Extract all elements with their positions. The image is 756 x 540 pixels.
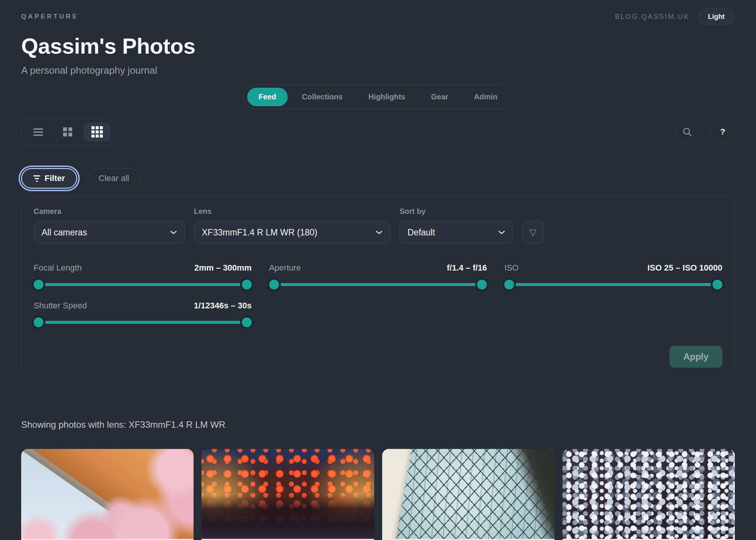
filter-button-label: Filter <box>45 173 65 183</box>
aperture-label: Aperture <box>269 263 301 273</box>
focal-length-range-value: 2mm – 300mm <box>194 263 252 273</box>
filter-icon <box>33 175 40 182</box>
filter-selects-row: Camera All cameras Lens XF33mmF1.4 R LM … <box>34 207 722 244</box>
aperture-slider <box>269 280 487 289</box>
filter-panel: Camera All cameras Lens XF33mmF1.4 R LM … <box>21 196 735 379</box>
sort-direction-button[interactable]: ▽ <box>522 221 544 244</box>
slider-handle-max[interactable] <box>713 280 722 289</box>
tab-collections[interactable]: Collections <box>291 88 354 106</box>
slider-handle-min[interactable] <box>34 317 43 327</box>
page-title: Qassim's Photos <box>21 33 735 59</box>
chevron-down-icon <box>376 231 383 234</box>
lens-select[interactable]: XF33mmF1.4 R LM WR (180) <box>194 221 390 244</box>
top-bar-right: BLOG.QASSIM.UK Light <box>615 8 735 25</box>
sort-field: Sort by Default <box>400 207 513 244</box>
search-button[interactable] <box>675 120 699 144</box>
lens-label: Lens <box>194 207 390 216</box>
photo-thumbnail[interactable] <box>562 449 735 540</box>
filter-button[interactable]: Filter <box>21 168 77 189</box>
view-switcher <box>21 119 114 145</box>
list-view-button[interactable] <box>25 122 52 141</box>
results-status: Showing photos with lens: XF33mmF1.4 R L… <box>21 419 735 430</box>
toolbar-row: ? <box>21 119 735 145</box>
filter-sliders: Focal Length 2mm – 300mm Aperture f/1.4 … <box>34 254 722 327</box>
search-icon <box>682 127 692 137</box>
brand-logo: QAPERTURE <box>21 13 79 20</box>
camera-select-value: All cameras <box>42 227 87 238</box>
help-icon: ? <box>720 127 725 137</box>
shutter-speed-slider <box>34 317 252 327</box>
slider-track <box>509 283 717 286</box>
focal-length-slider <box>34 280 252 289</box>
photo-grid <box>21 449 735 540</box>
aperture-slider-block: Aperture f/1.4 – f/16 <box>269 263 487 289</box>
slider-handle-max[interactable] <box>477 280 487 289</box>
sort-direction-icon: ▽ <box>530 227 536 238</box>
aperture-range-value: f/1.4 – f/16 <box>447 263 487 273</box>
slider-track <box>274 283 482 286</box>
camera-field: Camera All cameras <box>34 207 185 244</box>
iso-slider-block: ISO ISO 25 – ISO 10000 <box>504 263 722 289</box>
photo-image <box>201 449 374 539</box>
chevron-down-icon <box>498 231 505 234</box>
apply-button[interactable]: Apply <box>669 346 722 368</box>
photo-image <box>382 449 555 539</box>
filter-bar: Filter Clear all <box>21 168 735 189</box>
tab-feed[interactable]: Feed <box>247 88 288 106</box>
photo-image <box>21 449 194 539</box>
filter-panel-actions: Apply <box>34 337 722 368</box>
photo-image <box>562 449 735 539</box>
sort-by-label: Sort by <box>400 207 513 216</box>
grid-3x3-view-button[interactable] <box>84 122 111 141</box>
grid-2x2-view-icon <box>63 127 72 136</box>
shutter-speed-range-value: 1/12346s – 30s <box>194 301 252 311</box>
site-domain: BLOG.QASSIM.UK <box>615 13 689 21</box>
photo-thumbnail[interactable] <box>201 449 374 540</box>
grid-2x2-view-button[interactable] <box>54 122 81 141</box>
page: QAPERTURE BLOG.QASSIM.UK Light Qassim's … <box>21 0 735 540</box>
tab-bar: Feed Collections Highlights Gear Admin <box>243 85 513 109</box>
clear-all-button[interactable]: Clear all <box>88 168 140 189</box>
iso-range-value: ISO 25 – ISO 10000 <box>648 263 722 273</box>
main-nav: Feed Collections Highlights Gear Admin <box>21 85 735 109</box>
slider-handle-max[interactable] <box>242 317 252 327</box>
lens-field: Lens XF33mmF1.4 R LM WR (180) <box>194 207 390 244</box>
photo-thumbnail[interactable] <box>382 449 555 540</box>
focal-length-label: Focal Length <box>34 263 82 273</box>
focal-length-slider-block: Focal Length 2mm – 300mm <box>34 263 252 289</box>
shutter-speed-label: Shutter Speed <box>34 301 87 311</box>
slider-track <box>39 283 247 286</box>
slider-handle-min[interactable] <box>504 280 514 289</box>
slider-handle-min[interactable] <box>34 280 43 289</box>
page-subtitle: A personal photography journal <box>21 65 735 76</box>
tab-highlights[interactable]: Highlights <box>357 88 417 106</box>
sort-select-value: Default <box>407 227 435 238</box>
tab-admin[interactable]: Admin <box>463 88 509 106</box>
theme-toggle-button[interactable]: Light <box>698 8 735 25</box>
list-view-icon <box>33 127 43 138</box>
iso-slider <box>504 280 722 289</box>
photo-thumbnail[interactable] <box>21 449 194 540</box>
slider-handle-max[interactable] <box>242 280 252 289</box>
tab-gear[interactable]: Gear <box>420 88 460 106</box>
camera-label: Camera <box>34 207 185 216</box>
sort-select[interactable]: Default <box>400 221 513 244</box>
grid-3x3-view-icon <box>91 126 103 138</box>
camera-select[interactable]: All cameras <box>34 221 185 244</box>
top-bar: QAPERTURE BLOG.QASSIM.UK Light <box>21 8 735 25</box>
toolbar-right: ? <box>675 120 735 144</box>
iso-label: ISO <box>504 263 519 273</box>
slider-handle-min[interactable] <box>269 280 279 289</box>
lens-select-value: XF33mmF1.4 R LM WR (180) <box>202 227 317 238</box>
shutter-speed-slider-block: Shutter Speed 1/12346s – 30s <box>34 301 252 327</box>
slider-track <box>39 321 247 324</box>
help-button[interactable]: ? <box>711 120 735 144</box>
chevron-down-icon <box>170 231 177 234</box>
